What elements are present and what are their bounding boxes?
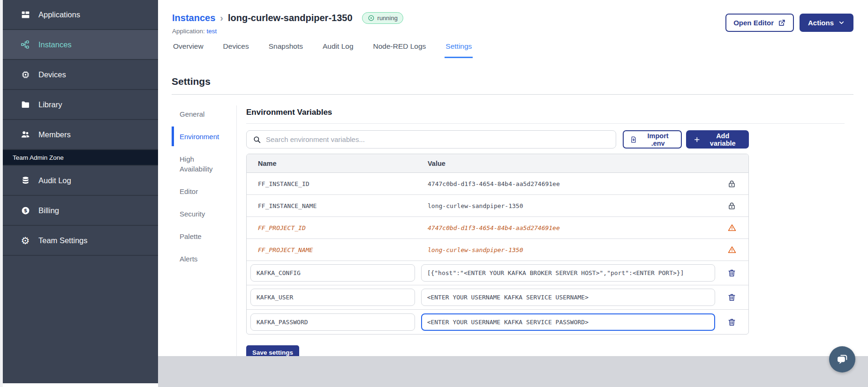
env-var-name: FF_INSTANCE_ID xyxy=(247,180,421,187)
delete-variable-button[interactable] xyxy=(727,293,736,302)
tab-settings[interactable]: Settings xyxy=(445,42,473,58)
sidebar-item-instances[interactable]: Instances xyxy=(3,30,158,60)
sidebar: Applications Instances Devices Library M… xyxy=(3,0,158,383)
sidebar-item-label: Audit Log xyxy=(38,176,71,185)
env-var-value-input[interactable] xyxy=(421,264,715,282)
chat-widget-button[interactable] xyxy=(829,346,855,372)
table-row xyxy=(247,261,748,285)
env-var-name-input[interactable] xyxy=(250,264,415,282)
gear-icon: ⚙ xyxy=(20,235,30,246)
chat-bubbles-icon xyxy=(836,353,849,366)
delete-variable-button[interactable] xyxy=(727,318,736,327)
env-var-name: FF_PROJECT_ID xyxy=(247,224,421,231)
document-download-icon xyxy=(630,135,637,144)
subnav-item-high-availability[interactable]: High Availability xyxy=(172,154,228,174)
application-link[interactable]: test xyxy=(207,28,217,35)
sidebar-item-billing[interactable]: $ Billing xyxy=(3,196,158,226)
sidebar-item-label: Team Settings xyxy=(38,236,88,245)
tab-overview[interactable]: Overview xyxy=(172,42,204,58)
page-title: Settings xyxy=(172,76,853,87)
instance-header: Instances › long-curlew-sandpiper-1350 r… xyxy=(158,0,868,35)
env-variables-table: Name Value FF_INSTANCE_ID 4747c0bd-d1f3-… xyxy=(246,154,749,335)
delete-variable-button[interactable] xyxy=(727,268,736,277)
library-icon xyxy=(20,99,30,110)
sidebar-item-members[interactable]: Members xyxy=(3,120,158,150)
table-row: FF_PROJECT_ID 4747c0bd-d1f3-4654-84b4-aa… xyxy=(247,217,748,239)
team-admin-zone-label: Team Admin Zone xyxy=(3,150,158,166)
env-var-name: FF_INSTANCE_NAME xyxy=(247,202,421,209)
subnav-item-environment[interactable]: Environment xyxy=(172,132,228,141)
table-header: Name Value xyxy=(247,154,748,173)
app-window: Applications Instances Devices Library M… xyxy=(0,0,868,387)
panel-title: Environment Variables xyxy=(246,108,845,117)
breadcrumb-instances-link[interactable]: Instances xyxy=(172,13,215,23)
breadcrumb-chevron-icon: › xyxy=(220,13,223,23)
subnav-item-palette[interactable]: Palette xyxy=(172,231,228,241)
sidebar-item-devices[interactable]: Devices xyxy=(3,60,158,90)
env-var-value-input[interactable] xyxy=(421,289,715,306)
search-input[interactable] xyxy=(266,135,610,143)
settings-subnav: General Environment High Availability Ed… xyxy=(172,105,237,360)
instances-icon xyxy=(20,39,30,50)
sidebar-item-label: Applications xyxy=(38,10,80,19)
sidebar-item-audit-log[interactable]: Audit Log xyxy=(3,166,158,196)
trash-icon xyxy=(727,293,736,302)
devices-icon xyxy=(20,69,30,80)
settings-section: Settings General Environment High Availa… xyxy=(172,76,853,360)
svg-text:$: $ xyxy=(23,208,27,214)
sidebar-item-label: Library xyxy=(38,100,62,109)
external-link-icon xyxy=(778,19,786,27)
env-var-name: FF_PROJECT_NAME xyxy=(247,246,421,253)
trash-icon xyxy=(727,318,736,327)
panel-divider xyxy=(246,123,845,124)
plus-icon xyxy=(694,136,701,143)
applications-icon xyxy=(20,9,30,20)
sidebar-item-label: Members xyxy=(38,130,71,139)
instance-tabs: Overview Devices Snapshots Audit Log Nod… xyxy=(172,42,868,58)
audit-log-icon xyxy=(20,175,30,186)
open-editor-button[interactable]: Open Editor xyxy=(725,14,794,32)
import-env-button[interactable]: Import .env xyxy=(623,130,682,149)
status-badge: running xyxy=(362,12,403,24)
application-line: Application: test xyxy=(172,28,403,35)
tab-node-red-logs[interactable]: Node-RED Logs xyxy=(372,42,427,58)
env-var-value: 4747c0bd-d1f3-4654-84b4-aa5d274691ee xyxy=(421,180,715,187)
tab-snapshots[interactable]: Snapshots xyxy=(268,42,304,58)
env-var-value: long-curlew-sandpiper-1350 xyxy=(421,246,715,253)
env-var-name-input[interactable] xyxy=(250,313,415,331)
table-row: FF_INSTANCE_ID 4747c0bd-d1f3-4654-84b4-a… xyxy=(247,173,748,195)
search-icon xyxy=(253,135,261,144)
tab-devices[interactable]: Devices xyxy=(222,42,250,58)
lock-icon xyxy=(727,179,736,188)
env-var-value: 4747c0bd-d1f3-4654-84b4-aa5d274691ee xyxy=(421,224,715,231)
sidebar-item-label: Instances xyxy=(38,40,72,49)
subnav-item-alerts[interactable]: Alerts xyxy=(172,254,228,264)
settings-divider xyxy=(172,94,853,95)
table-row xyxy=(247,285,748,310)
lock-icon xyxy=(727,201,736,210)
sidebar-item-applications[interactable]: Applications xyxy=(3,0,158,30)
subnav-item-editor[interactable]: Editor xyxy=(172,186,228,196)
subnav-item-general[interactable]: General xyxy=(172,109,228,119)
play-circle-icon xyxy=(368,15,375,22)
env-var-value: long-curlew-sandpiper-1350 xyxy=(421,202,715,209)
sidebar-item-library[interactable]: Library xyxy=(3,90,158,120)
actions-button[interactable]: Actions xyxy=(800,14,853,32)
instance-name: long-curlew-sandpiper-1350 xyxy=(228,13,353,23)
env-var-name-input[interactable] xyxy=(250,289,415,306)
column-header-name: Name xyxy=(247,160,421,167)
environment-panel: Environment Variables Import .env xyxy=(237,105,845,360)
breadcrumb: Instances › long-curlew-sandpiper-1350 r… xyxy=(172,12,403,24)
subnav-item-security[interactable]: Security xyxy=(172,209,228,219)
env-var-value-input-focused[interactable] xyxy=(421,313,715,331)
warning-icon xyxy=(727,223,737,232)
table-row: FF_INSTANCE_NAME long-curlew-sandpiper-1… xyxy=(247,195,748,217)
add-variable-button[interactable]: Add variable xyxy=(686,130,749,149)
trash-icon xyxy=(727,268,736,277)
table-row: FF_PROJECT_NAME long-curlew-sandpiper-13… xyxy=(247,239,748,261)
sidebar-item-label: Devices xyxy=(38,70,66,79)
tab-audit-log[interactable]: Audit Log xyxy=(322,42,355,58)
sidebar-item-label: Billing xyxy=(38,206,59,215)
sidebar-item-team-settings[interactable]: ⚙ Team Settings xyxy=(3,226,158,256)
column-header-value: Value xyxy=(421,160,715,167)
